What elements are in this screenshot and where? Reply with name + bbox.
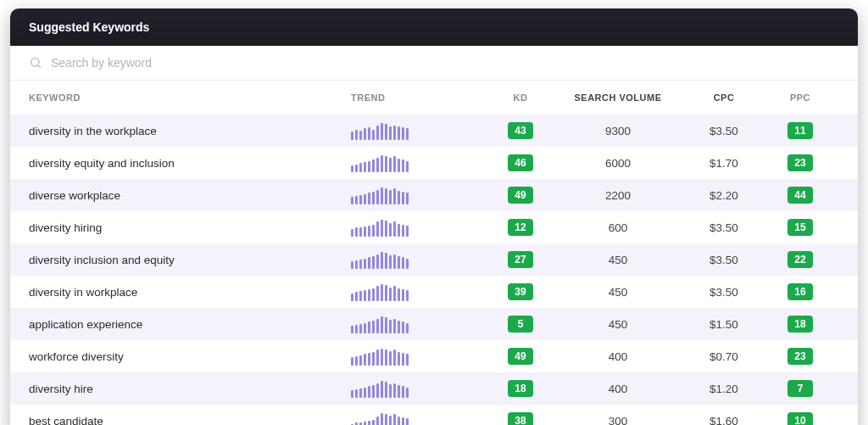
sparkline-icon [351,411,487,425]
kd-badge: 39 [508,283,533,300]
cell-cpc: $1.50 [682,318,766,331]
cell-volume: 400 [554,350,682,363]
panel-title: Suggested Keywords [10,8,858,46]
cell-kd: 43 [487,122,554,139]
col-cpc[interactable]: CPC [682,92,766,103]
kd-badge: 49 [508,187,533,204]
cell-kd: 5 [487,316,554,333]
table-row[interactable]: workforce diversity49400$0.7023 [10,340,858,372]
ppc-badge: 23 [787,154,813,171]
cell-volume: 450 [554,254,682,266]
cell-keyword: diversity in the workplace [29,125,351,137]
cell-cpc: $1.60 [682,415,766,426]
sparkline-icon [351,315,487,333]
search-icon [29,56,42,70]
kd-badge: 5 [508,316,533,333]
table-row[interactable]: diversity equity and inclusion466000$1.7… [10,147,858,179]
ppc-badge: 18 [787,316,813,333]
cell-kd: 18 [487,380,554,397]
table-body: diversity in the workplace439300$3.5011d… [10,115,858,425]
table-row[interactable]: diversity inclusion and equity27450$3.50… [10,243,858,276]
cell-trend [351,282,487,301]
cell-trend [351,379,487,398]
cell-cpc: $3.50 [682,254,766,266]
cell-keyword: diversity inclusion and equity [29,254,351,266]
col-keyword[interactable]: KEYWORD [29,92,351,103]
cell-keyword: workforce diversity [29,350,351,363]
sparkline-icon [351,379,487,398]
col-volume[interactable]: SEARCH VOLUME [554,92,682,103]
sparkline-icon [351,121,487,140]
cell-kd: 49 [487,348,554,365]
kd-badge: 49 [508,348,533,365]
cell-trend [351,411,487,425]
cell-ppc: 22 [766,251,834,268]
cell-volume: 600 [554,221,682,234]
cell-kd: 38 [487,412,554,425]
ppc-badge: 44 [787,187,813,204]
cell-ppc: 16 [766,283,834,300]
ppc-badge: 22 [787,251,813,268]
ppc-badge: 10 [787,412,813,425]
cell-keyword: diverse workplace [29,189,351,202]
cell-cpc: $3.50 [682,125,766,137]
kd-badge: 46 [508,154,533,171]
table-row[interactable]: diversity hire18400$1.207 [10,372,858,405]
table-row[interactable]: best candidate38300$1.6010 [10,405,858,425]
table-row[interactable]: diverse workplace492200$2.2044 [10,179,858,211]
cell-keyword: diversity in workplace [29,286,351,299]
cell-kd: 39 [487,283,554,300]
ppc-badge: 15 [787,219,813,236]
cell-trend [351,347,487,366]
col-kd[interactable]: KD [487,92,554,103]
cell-cpc: $3.50 [682,221,766,234]
cell-volume: 2200 [554,189,682,202]
table-row[interactable]: diversity in the workplace439300$3.5011 [10,115,858,147]
cell-ppc: 7 [766,380,834,397]
suggested-keywords-panel: Suggested Keywords KEYWORD TREND KD SEAR… [10,8,858,425]
cell-kd: 12 [487,219,554,236]
cell-volume: 9300 [554,125,682,137]
sparkline-icon [351,186,487,204]
sparkline-icon [351,154,487,172]
cell-trend [351,154,487,172]
cell-cpc: $3.50 [682,286,766,299]
cell-volume: 450 [554,318,682,331]
kd-badge: 18 [508,380,533,397]
cell-volume: 400 [554,383,682,395]
cell-volume: 6000 [554,157,682,170]
ppc-badge: 7 [787,380,813,397]
cell-ppc: 44 [766,187,834,204]
kd-badge: 38 [508,412,533,425]
cell-ppc: 15 [766,219,834,236]
table-row[interactable]: application experience5450$1.5018 [10,308,858,340]
cell-cpc: $0.70 [682,350,766,363]
cell-cpc: $1.70 [682,157,766,170]
sparkline-icon [351,250,487,269]
cell-volume: 300 [554,415,682,426]
search-row [10,46,858,81]
cell-keyword: diversity hire [29,383,351,395]
cell-ppc: 11 [766,122,834,139]
col-ppc[interactable]: PPC [766,92,834,103]
sparkline-icon [351,282,487,301]
cell-trend [351,218,487,237]
cell-trend [351,121,487,140]
cell-ppc: 23 [766,154,834,171]
cell-trend [351,186,487,204]
table-row[interactable]: diversity in workplace39450$3.5016 [10,276,858,308]
cell-keyword: best candidate [29,415,351,426]
cell-keyword: application experience [29,318,351,331]
svg-point-0 [31,59,39,66]
sparkline-icon [351,218,487,237]
sparkline-icon [351,347,487,366]
cell-cpc: $2.20 [682,189,766,202]
col-trend[interactable]: TREND [351,92,487,103]
search-input[interactable] [51,56,839,70]
kd-badge: 12 [508,219,533,236]
svg-line-1 [38,65,41,68]
table-row[interactable]: diversity hiring12600$3.5015 [10,211,858,243]
cell-kd: 46 [487,154,554,171]
cell-trend [351,250,487,269]
ppc-badge: 23 [787,348,813,365]
